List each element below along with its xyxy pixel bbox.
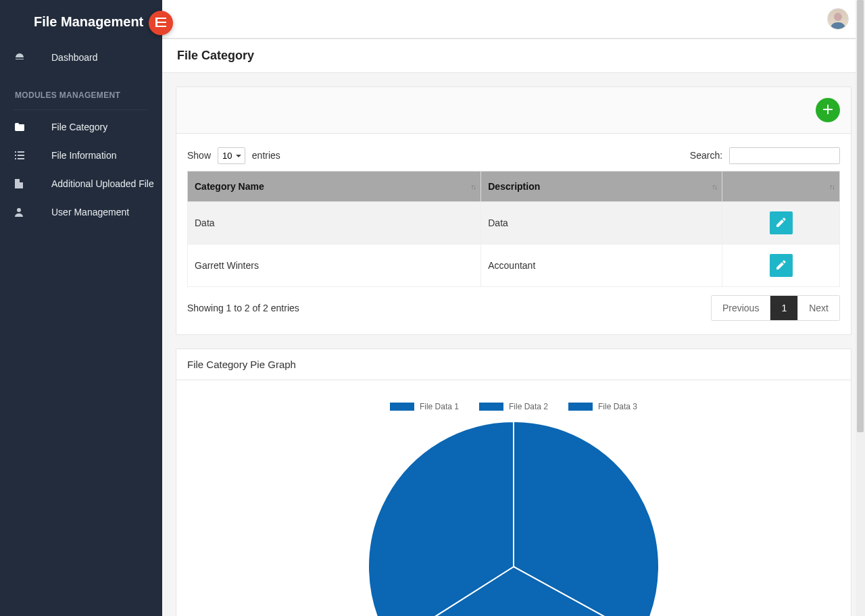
user-avatar[interactable] bbox=[827, 8, 849, 30]
svg-rect-4 bbox=[15, 151, 16, 153]
cell-actions bbox=[722, 245, 840, 287]
plus-icon bbox=[823, 103, 833, 118]
scrollbar-thumb[interactable] bbox=[857, 0, 864, 432]
table-row: Garrett WintersAccountant bbox=[188, 245, 840, 287]
sort-icon: ↑↓ bbox=[829, 182, 834, 190]
sidebar-item-label: User Management bbox=[35, 207, 129, 217]
pagination-page-1[interactable]: 1 bbox=[770, 296, 797, 320]
sidebar-item-label: Dashboard bbox=[35, 52, 98, 63]
table-length-select[interactable]: 10 bbox=[218, 147, 245, 164]
search-input[interactable] bbox=[729, 147, 840, 164]
user-icon bbox=[15, 207, 35, 217]
svg-rect-3 bbox=[155, 18, 157, 27]
legend-swatch bbox=[390, 403, 414, 411]
table-search-control: Search: bbox=[690, 147, 840, 164]
svg-point-11 bbox=[834, 13, 842, 21]
scrollbar[interactable] bbox=[856, 0, 865, 616]
pagination: Previous 1 Next bbox=[711, 295, 840, 321]
svg-rect-7 bbox=[18, 155, 24, 156]
folder-icon bbox=[15, 123, 35, 131]
column-header-category-name[interactable]: Category Name ↑↓ bbox=[188, 172, 481, 202]
column-label: Description bbox=[488, 181, 540, 192]
svg-rect-9 bbox=[18, 158, 24, 159]
dashboard-icon bbox=[15, 53, 35, 62]
sidebar-item-label: Additional Uploaded File bbox=[35, 178, 154, 189]
legend-swatch bbox=[479, 403, 503, 411]
sidebar-divider bbox=[14, 109, 149, 110]
svg-rect-8 bbox=[15, 158, 16, 159]
pencil-icon bbox=[776, 217, 786, 229]
add-category-button[interactable] bbox=[816, 98, 840, 122]
svg-point-10 bbox=[17, 208, 21, 212]
cell-category-name: Data bbox=[188, 202, 481, 245]
pencil-icon bbox=[776, 260, 786, 272]
legend-label: File Data 3 bbox=[598, 402, 637, 411]
column-label: Category Name bbox=[195, 181, 264, 192]
pie-panel-title: File Category Pie Graph bbox=[176, 349, 851, 380]
file-category-table-panel: Show 10 entries Search: bbox=[176, 86, 851, 335]
sidebar-item-user-management[interactable]: User Management bbox=[0, 198, 162, 226]
cell-actions bbox=[722, 202, 840, 245]
pie-chart bbox=[187, 418, 840, 616]
show-label-post: entries bbox=[252, 150, 280, 161]
sidebar-toggle-button[interactable] bbox=[149, 11, 173, 35]
edit-button[interactable] bbox=[770, 254, 793, 277]
column-header-description[interactable]: Description ↑↓ bbox=[481, 172, 722, 202]
legend-label: File Data 1 bbox=[420, 402, 459, 411]
main-content: File Category Show bbox=[162, 0, 865, 616]
cell-category-name: Garrett Winters bbox=[188, 245, 481, 287]
sort-icon: ↑↓ bbox=[470, 182, 475, 190]
page-title: File Category bbox=[162, 38, 865, 73]
legend-label: File Data 2 bbox=[509, 402, 548, 411]
column-header-actions[interactable]: ↑↓ bbox=[722, 172, 840, 202]
svg-rect-5 bbox=[18, 151, 24, 153]
pagination-previous[interactable]: Previous bbox=[712, 296, 770, 320]
sidebar-item-label: File Information bbox=[35, 150, 116, 161]
edit-button[interactable] bbox=[770, 211, 793, 234]
svg-rect-13 bbox=[823, 109, 833, 110]
legend-item[interactable]: File Data 1 bbox=[390, 402, 459, 411]
legend-item[interactable]: File Data 2 bbox=[479, 402, 548, 411]
menu-icon bbox=[155, 18, 166, 29]
app-brand: File Management bbox=[0, 0, 162, 43]
show-label-pre: Show bbox=[187, 150, 211, 161]
legend-item[interactable]: File Data 3 bbox=[568, 402, 637, 411]
sidebar-item-label: File Category bbox=[35, 122, 107, 132]
pagination-next[interactable]: Next bbox=[797, 296, 839, 320]
table-row: DataData bbox=[188, 202, 840, 245]
cell-description: Accountant bbox=[481, 245, 722, 287]
pie-legend: File Data 1File Data 2File Data 3 bbox=[187, 402, 840, 411]
pie-chart-panel: File Category Pie Graph File Data 1File … bbox=[176, 349, 851, 616]
table-info: Showing 1 to 2 of 2 entries bbox=[187, 303, 299, 313]
legend-swatch bbox=[568, 403, 593, 411]
list-icon bbox=[15, 151, 35, 159]
sidebar: File Management Dashboard MODULES MANAGE… bbox=[0, 0, 162, 616]
file-category-table: Category Name ↑↓ Description ↑↓ ↑↓ bbox=[187, 171, 840, 287]
sidebar-item-additional-uploaded-file[interactable]: Additional Uploaded File bbox=[0, 170, 162, 198]
cell-description: Data bbox=[481, 202, 722, 245]
sidebar-item-dashboard[interactable]: Dashboard bbox=[0, 43, 162, 72]
topbar bbox=[162, 0, 865, 38]
table-length-control: Show 10 entries bbox=[187, 147, 280, 164]
sidebar-section-heading: MODULES MANAGEMENT bbox=[0, 81, 162, 107]
svg-rect-6 bbox=[15, 155, 16, 156]
sidebar-item-file-category[interactable]: File Category bbox=[0, 113, 162, 141]
sort-icon: ↑↓ bbox=[712, 182, 716, 190]
file-icon bbox=[15, 179, 35, 188]
search-label: Search: bbox=[690, 150, 722, 161]
sidebar-item-file-information[interactable]: File Information bbox=[0, 141, 162, 170]
